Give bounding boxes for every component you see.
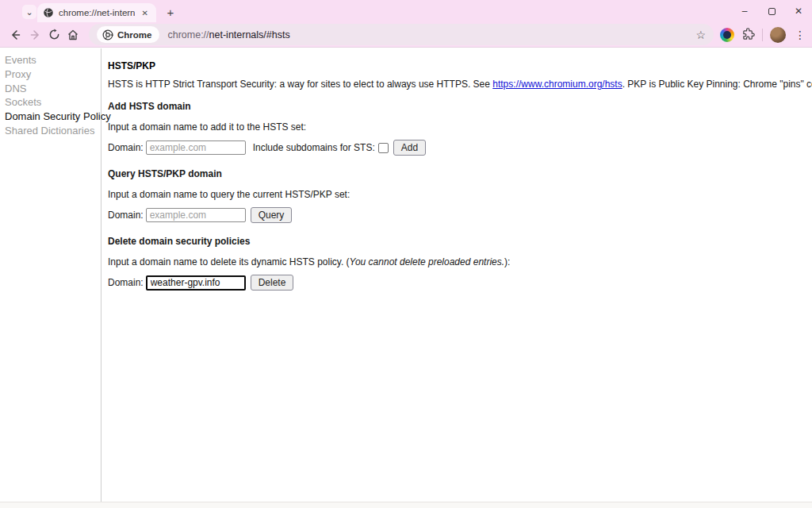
chip-label: Chrome — [117, 30, 151, 40]
add-button[interactable]: Add — [393, 140, 426, 156]
delete-desc-after: ): — [504, 256, 510, 267]
sidebar-item-domain-security-policy[interactable]: Domain Security Policy — [5, 110, 101, 124]
net-internals-page: Events Proxy DNS Sockets Domain Security… — [0, 48, 812, 502]
bookmark-star-icon[interactable]: ☆ — [695, 29, 706, 41]
minimize-button[interactable]: – — [731, 0, 758, 22]
url-path: net-internals/#hsts — [209, 29, 290, 40]
add-domain-label: Domain: — [108, 142, 144, 153]
delete-domain-label: Domain: — [108, 277, 144, 288]
sidebar-item-shared-dictionaries[interactable]: Shared Dictionaries — [5, 124, 101, 138]
globe-favicon-icon — [43, 7, 54, 18]
chromium-hsts-link[interactable]: https://www.chromium.org/hsts — [492, 79, 622, 90]
query-hsts-heading: Query HSTS/PKP domain — [108, 168, 812, 179]
add-hsts-description: Input a domain name to add it to the HST… — [108, 121, 812, 133]
browser-window: ⌄ chrome://net-internals/#hsts ✕ + – ✕ — [0, 0, 812, 508]
sidebar: Events Proxy DNS Sockets Domain Security… — [0, 48, 102, 502]
sidebar-item-proxy[interactable]: Proxy — [5, 67, 101, 82]
toolbar-separator — [762, 29, 763, 41]
tab-title: chrome://net-internals/#hsts — [59, 8, 135, 17]
window-controls: – ✕ — [731, 0, 812, 22]
url-scheme: chrome:// — [167, 29, 209, 40]
query-hsts-form: Domain: Query — [108, 207, 812, 223]
query-hsts-description: Input a domain name to query the current… — [108, 189, 812, 200]
include-subdomains-label: Include subdomains for STS: — [253, 142, 375, 153]
close-window-button[interactable]: ✕ — [785, 0, 812, 22]
intro-text: HSTS is HTTP Strict Transport Security: … — [108, 79, 812, 90]
delete-button[interactable]: Delete — [251, 275, 294, 291]
delete-desc-before: Input a domain name to delete its dynami… — [108, 256, 350, 267]
intro-before-link: HSTS is HTTP Strict Transport Security: … — [108, 79, 492, 90]
browser-toolbar: Chrome chrome://net-internals/#hsts ☆ ⋮ — [0, 22, 812, 48]
forward-button[interactable] — [25, 25, 44, 44]
maximize-button[interactable] — [758, 0, 785, 22]
include-subdomains-checkbox[interactable] — [378, 143, 389, 153]
toolbar-right: ⋮ — [720, 27, 807, 43]
site-chip[interactable]: Chrome — [97, 26, 159, 43]
query-button[interactable]: Query — [251, 207, 293, 223]
reload-icon — [48, 29, 60, 40]
reload-button[interactable] — [44, 25, 63, 44]
sidebar-item-sockets[interactable]: Sockets — [5, 95, 101, 110]
sidebar-item-events[interactable]: Events — [5, 53, 101, 67]
active-tab[interactable]: chrome://net-internals/#hsts ✕ — [37, 3, 156, 22]
chrome-logo-icon — [102, 29, 113, 40]
home-button[interactable] — [63, 25, 82, 44]
sidebar-item-dns[interactable]: DNS — [5, 82, 101, 96]
address-bar[interactable]: Chrome chrome://net-internals/#hsts ☆ — [89, 24, 714, 45]
query-domain-label: Domain: — [108, 210, 144, 221]
home-icon — [67, 29, 79, 41]
add-hsts-heading: Add HSTS domain — [108, 101, 812, 112]
main-content: HSTS/PKP HSTS is HTTP Strict Transport S… — [102, 48, 812, 502]
url-text: chrome://net-internals/#hsts — [167, 29, 289, 40]
tab-strip: ⌄ chrome://net-internals/#hsts ✕ + – ✕ — [0, 0, 812, 22]
chevron-down-icon: ⌄ — [25, 7, 33, 17]
query-domain-input[interactable] — [146, 208, 246, 222]
delete-desc-italic: You cannot delete preloaded entries. — [350, 256, 504, 267]
arrow-left-icon — [10, 29, 22, 41]
delete-policies-form: Domain: Delete — [108, 275, 812, 291]
add-hsts-form: Domain: Include subdomains for STS: Add — [108, 140, 812, 156]
delete-policies-description: Input a domain name to delete its dynami… — [108, 256, 812, 267]
page-title: HSTS/PKP — [108, 60, 812, 71]
delete-domain-input[interactable] — [146, 275, 246, 291]
add-domain-input[interactable] — [146, 140, 246, 155]
horizontal-scrollbar[interactable] — [0, 502, 812, 508]
menu-kebab-icon[interactable]: ⋮ — [793, 29, 807, 41]
colorful-extension-icon[interactable] — [720, 28, 734, 42]
profile-avatar[interactable] — [770, 27, 786, 43]
arrow-right-icon — [29, 29, 41, 41]
intro-after-link: . PKP is Public Key Pinning: Chrome "pin… — [622, 79, 812, 90]
back-button[interactable] — [6, 25, 25, 44]
new-tab-button[interactable]: + — [163, 4, 178, 20]
delete-policies-heading: Delete domain security policies — [108, 236, 812, 247]
extensions-puzzle-icon[interactable] — [741, 28, 755, 41]
tab-search-button[interactable]: ⌄ — [22, 5, 36, 19]
tab-close-icon[interactable]: ✕ — [140, 8, 151, 18]
maximize-icon — [768, 8, 776, 15]
